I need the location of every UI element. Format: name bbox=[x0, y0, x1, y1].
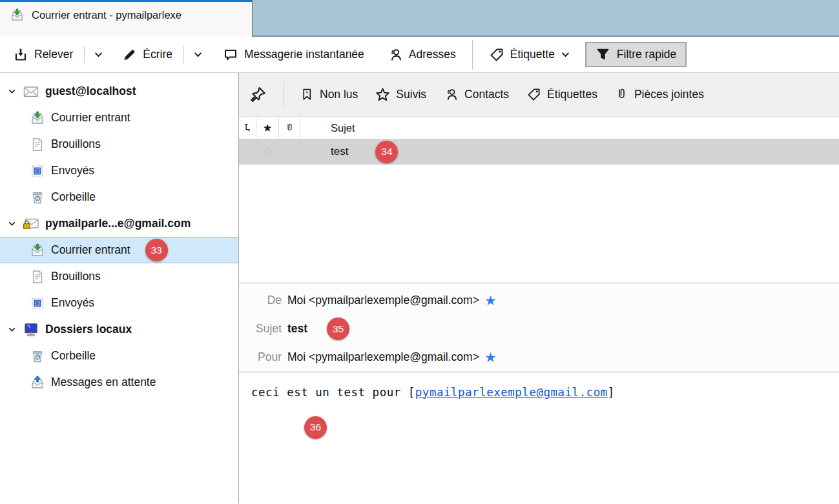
instant-messaging-button[interactable]: Messagerie instantanée bbox=[218, 44, 369, 66]
filter-contacts-button[interactable]: Contacts bbox=[444, 87, 509, 102]
folder-label: Envoyés bbox=[51, 164, 94, 177]
subject-column-label: Sujet bbox=[331, 122, 355, 134]
subject-value: test bbox=[287, 322, 307, 336]
mail-toolbar: Relever Écrire Messagerie instantanée bbox=[0, 37, 839, 73]
header-row-to: Pour Moi <pymailparlexemple@gmail.com> ★ bbox=[239, 343, 839, 372]
drafts-icon bbox=[30, 269, 45, 285]
thread-icon bbox=[243, 123, 252, 133]
folder-label: Brouillons bbox=[51, 270, 101, 283]
write-button[interactable]: Écrire bbox=[118, 44, 177, 65]
header-row-subject: Sujet test 35 bbox=[239, 315, 839, 343]
account-gmail[interactable]: pymailparle...e@gmail.com bbox=[0, 210, 238, 237]
chevron-down-icon bbox=[561, 50, 570, 59]
paperclip-icon bbox=[615, 87, 628, 102]
expander-chevron-icon[interactable] bbox=[6, 219, 17, 228]
message-subject: test bbox=[279, 145, 348, 158]
body-text: ceci est un test pour [ bbox=[251, 386, 415, 399]
folder-label: Corbeille bbox=[51, 190, 96, 204]
folder-drafts-gmail[interactable]: Brouillons bbox=[0, 263, 238, 290]
folder-outbox-local[interactable]: Messages en attente bbox=[0, 369, 238, 396]
tag-icon bbox=[489, 47, 504, 63]
separator bbox=[183, 46, 184, 63]
star-toggle-icon[interactable]: ☆ bbox=[256, 145, 279, 159]
filter-unread-button[interactable]: Non lus bbox=[300, 88, 358, 101]
quick-filter-label: Filtre rapide bbox=[617, 48, 676, 61]
som-marker-35: 35 bbox=[327, 318, 349, 340]
message-row-selected[interactable]: ☆ test 34 bbox=[239, 139, 839, 165]
filter-unread-label: Non lus bbox=[320, 88, 358, 101]
chevron-down-icon bbox=[94, 50, 103, 59]
write-label: Écrire bbox=[143, 48, 172, 61]
som-marker-34: 34 bbox=[375, 141, 398, 163]
folder-trash-local[interactable]: Corbeille bbox=[0, 343, 238, 369]
sticky-filters-pin-icon[interactable] bbox=[250, 86, 266, 103]
trash-icon bbox=[30, 190, 45, 205]
secure-mail-account-icon bbox=[23, 217, 39, 231]
subject-column-header[interactable]: Sujet bbox=[300, 117, 839, 139]
filter-contacts-label: Contacts bbox=[464, 88, 509, 101]
quick-filter-toggle-button[interactable]: Filtre rapide bbox=[585, 42, 687, 67]
folder-pane: guest@localhost Courrier entrant Bro bbox=[0, 73, 239, 503]
tag-label: Étiquette bbox=[510, 48, 555, 61]
quick-filter-bar: Non lus Suivis Contacts bbox=[239, 73, 839, 117]
folder-trash-guest[interactable]: Corbeille bbox=[0, 184, 238, 210]
get-messages-dropdown[interactable] bbox=[91, 46, 106, 63]
contact-star-icon[interactable]: ★ bbox=[484, 350, 497, 364]
outbox-icon bbox=[30, 375, 45, 390]
filter-tags-button[interactable]: Étiquettes bbox=[526, 87, 597, 102]
tab-title: Courrier entrant - pymailparlexe bbox=[32, 9, 181, 21]
folder-sent-gmail[interactable]: Envoyés bbox=[0, 290, 238, 316]
address-book-button[interactable]: Adresses bbox=[383, 44, 461, 66]
thread-column-header[interactable] bbox=[239, 117, 256, 139]
filter-starred-label: Suivis bbox=[396, 88, 426, 101]
filter-starred-button[interactable]: Suivis bbox=[375, 87, 426, 102]
folder-drafts-guest[interactable]: Brouillons bbox=[0, 131, 238, 157]
separator bbox=[472, 40, 473, 70]
tag-icon bbox=[526, 87, 541, 102]
get-messages-button[interactable]: Relever bbox=[8, 44, 78, 66]
account-name: pymailparle...e@gmail.com bbox=[45, 217, 191, 230]
folder-inbox-guest[interactable]: Courrier entrant bbox=[0, 105, 238, 131]
account-local-folders[interactable]: Dossiers locaux bbox=[0, 316, 238, 343]
account-guest-localhost[interactable]: guest@localhost bbox=[0, 78, 238, 105]
funnel-icon bbox=[596, 47, 610, 62]
person-icon bbox=[444, 87, 459, 102]
person-icon bbox=[388, 47, 403, 63]
mail-account-icon bbox=[23, 85, 39, 99]
tab-title-fade bbox=[213, 2, 252, 37]
from-value[interactable]: Moi <pymailparlexemple@gmail.com> bbox=[287, 294, 479, 307]
filter-attachments-button[interactable]: Pièces jointes bbox=[615, 87, 704, 102]
expander-chevron-icon[interactable] bbox=[6, 87, 17, 96]
email-link[interactable]: pymailparlexemple@gmail.com bbox=[415, 386, 608, 399]
expander-chevron-icon[interactable] bbox=[6, 325, 17, 334]
thread-list-header: ★ Sujet bbox=[239, 117, 839, 139]
write-dropdown[interactable] bbox=[191, 46, 205, 63]
pencil-icon bbox=[122, 47, 137, 62]
local-folders-icon bbox=[23, 322, 39, 338]
star-outline-icon bbox=[375, 87, 390, 102]
header-row-from: De Moi <pymailparlexemple@gmail.com> ★ bbox=[239, 287, 839, 315]
drafts-icon bbox=[30, 137, 45, 152]
attachment-column-header[interactable] bbox=[279, 117, 300, 139]
folder-sent-guest[interactable]: Envoyés bbox=[0, 157, 238, 184]
tab-inbox[interactable]: Courrier entrant - pymailparlexe bbox=[0, 0, 252, 37]
folder-inbox-gmail-selected[interactable]: Courrier entrant 33 bbox=[0, 237, 238, 263]
subject-label: Sujet bbox=[239, 322, 282, 336]
paperclip-icon bbox=[285, 122, 295, 134]
to-value[interactable]: Moi <pymailparlexemple@gmail.com> bbox=[287, 350, 479, 364]
contact-star-icon[interactable]: ★ bbox=[484, 294, 497, 307]
thread-list-empty-area bbox=[239, 165, 839, 283]
inbox-icon bbox=[30, 243, 45, 258]
som-marker-33: 33 bbox=[145, 239, 168, 261]
tag-button[interactable]: Étiquette bbox=[484, 44, 575, 66]
chat-bubble-icon bbox=[223, 47, 238, 63]
starred-column-header[interactable]: ★ bbox=[256, 117, 279, 139]
inbox-icon bbox=[10, 8, 25, 23]
to-label: Pour bbox=[239, 350, 282, 364]
body-text: ] bbox=[608, 386, 615, 399]
separator bbox=[284, 81, 284, 108]
folder-label: Courrier entrant bbox=[51, 243, 130, 257]
bookmark-icon bbox=[300, 88, 314, 101]
som-marker-36: 36 bbox=[304, 416, 327, 439]
separator bbox=[84, 46, 85, 63]
